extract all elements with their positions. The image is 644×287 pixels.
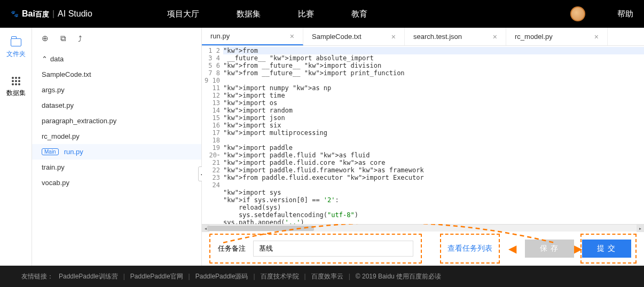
tab-samplecode[interactable]: SampleCode.txt× — [303, 28, 405, 45]
left-rail: 文件夹 数据集 — [0, 28, 32, 266]
tree-folder-data[interactable]: ⌃data — [32, 51, 201, 67]
footer-link[interactable]: PaddlePaddle官网 — [130, 272, 183, 281]
task-note-box: 任务备注 — [209, 234, 422, 264]
view-tasks-link[interactable]: 查看任务列表 — [447, 244, 492, 253]
nav-help[interactable]: 帮助 — [617, 9, 633, 19]
arrow-left-icon: ◀ — [508, 242, 516, 255]
sidebar-toolbar: ⊕ ⧉ ⤴ — [32, 28, 201, 49]
logo[interactable]: 🐾 Bai百度 | AI Studio — [11, 9, 92, 19]
dataset-icon — [12, 77, 20, 85]
tree-file[interactable]: paragraph_extraction.py — [32, 113, 201, 129]
tree-file[interactable]: rc_model.py — [32, 129, 201, 144]
close-icon[interactable]: × — [290, 32, 294, 41]
close-icon[interactable]: × — [493, 33, 497, 41]
note-input[interactable] — [253, 241, 413, 257]
close-icon[interactable]: × — [594, 33, 599, 41]
close-icon[interactable]: × — [391, 33, 396, 41]
tree-file-active[interactable]: Mainrun.py — [32, 144, 201, 160]
tree-file[interactable]: vocab.py — [32, 175, 201, 190]
new-file-icon[interactable]: ⊕ — [42, 34, 49, 43]
nav-item-edu[interactable]: 教育 — [351, 9, 367, 19]
footer-link[interactable]: PaddlePaddle训练营 — [59, 272, 118, 281]
footer-link[interactable]: 百度效率云 — [311, 272, 343, 281]
tree-file[interactable]: dataset.py — [32, 98, 201, 113]
tree-file[interactable]: args.py — [32, 82, 201, 98]
footer-link[interactable]: 百度技术学院 — [261, 272, 299, 281]
save-button[interactable]: 保存 — [525, 240, 574, 258]
file-tree: ⌃data SampleCode.txt args.py dataset.py … — [32, 49, 201, 193]
arrow-right-icon: ▶ — [574, 242, 582, 255]
code-content[interactable]: "kw">from __future__ "kw">import absolut… — [223, 46, 644, 224]
new-folder-icon[interactable]: ⧉ — [60, 34, 66, 43]
main-badge: Main — [42, 148, 59, 155]
tree-file[interactable]: train.py — [32, 160, 201, 175]
folder-icon — [11, 38, 21, 46]
view-tasks-box: 查看任务列表 — [440, 234, 500, 264]
tab-search-json[interactable]: search.test.json× — [405, 28, 506, 45]
editor-area: ◂ run.py× SampleCode.txt× search.test.js… — [202, 28, 644, 266]
rail-files[interactable]: 文件夹 — [6, 38, 26, 59]
tab-run-py[interactable]: run.py× — [202, 28, 303, 45]
note-label: 任务备注 — [218, 244, 246, 253]
tab-rc-model[interactable]: rc_model.py× — [506, 28, 608, 45]
nav-item-dataset[interactable]: 数据集 — [237, 9, 261, 19]
code-editor[interactable]: 1 2 3 4 5 6 7 8 9 10 11 12 13 14 15 16 1… — [202, 46, 644, 224]
editor-tabs: run.py× SampleCode.txt× search.test.json… — [202, 28, 644, 46]
avatar[interactable] — [570, 6, 585, 21]
submit-button[interactable]: 提交 — [582, 240, 631, 258]
bottom-bar: 任务备注 查看任务列表 ◀ 保存 ▶ 提交 — [202, 232, 644, 266]
upload-icon[interactable]: ⤴ — [78, 34, 82, 43]
footer: 友情链接： PaddlePaddle训练营| PaddlePaddle官网| P… — [0, 266, 644, 287]
nav-item-lobby[interactable]: 项目大厅 — [167, 9, 199, 19]
horizontal-scrollbar[interactable]: ◂ ▸ — [202, 224, 644, 232]
nav-items: 项目大厅 数据集 比赛 教育 — [167, 9, 367, 19]
tree-file[interactable]: SampleCode.txt — [32, 67, 201, 82]
file-sidebar: ⊕ ⧉ ⤴ ⌃data SampleCode.txt args.py datas… — [32, 28, 202, 266]
footer-link[interactable]: PaddlePaddle源码 — [195, 272, 248, 281]
footer-copyright: © 2019 Baidu 使用百度前必读 — [356, 272, 441, 281]
rail-dataset[interactable]: 数据集 — [6, 77, 26, 98]
nav-item-contest[interactable]: 比赛 — [298, 9, 314, 19]
chevron-down-icon: ⌃ — [42, 55, 47, 63]
top-nav: 🐾 Bai百度 | AI Studio 项目大厅 数据集 比赛 教育 帮助 — [0, 0, 644, 28]
line-gutter: 1 2 3 4 5 6 7 8 9 10 11 12 13 14 15 16 1… — [202, 46, 223, 224]
submit-box: ▶ 提交 — [580, 234, 637, 264]
